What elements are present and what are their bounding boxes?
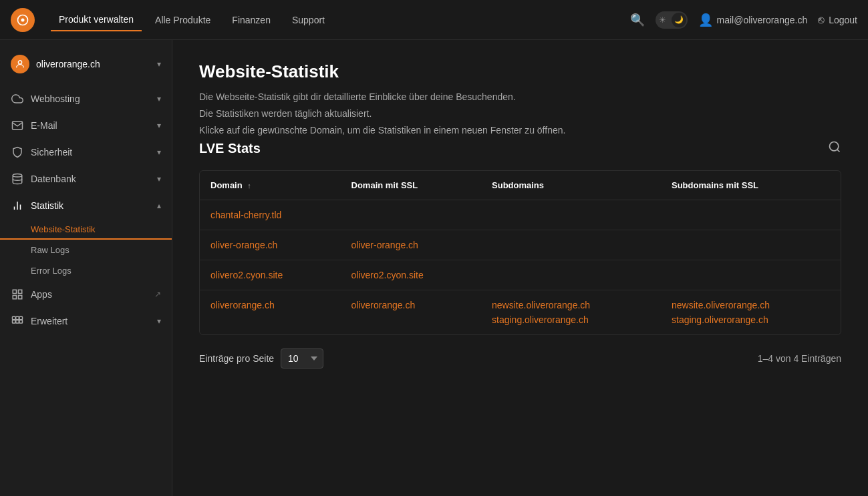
logout-button[interactable]: ⎋ Logout: [818, 14, 857, 26]
user-email-label: mail@oliverorange.ch: [717, 15, 808, 25]
sidebar-item-webhosting[interactable]: Webhosting ▾: [0, 85, 172, 112]
sun-icon: ☀: [659, 15, 666, 25]
chart-icon: [11, 199, 24, 212]
sidebar-item-apps-label: Apps: [31, 289, 148, 300]
domain-link[interactable]: olivero2.cyon.site: [210, 270, 283, 280]
toggle-knob: 🌙: [672, 13, 686, 27]
cell-subdomains: newsite.oliverorange.chstaging.oliverora…: [481, 290, 661, 335]
page-title: Website-Statistik: [199, 61, 841, 82]
domain-link[interactable]: oliver-orange.ch: [210, 240, 277, 250]
entries-count: 1–4 von 4 Einträgen: [758, 353, 841, 364]
external-link-icon: ↗: [154, 290, 161, 299]
cloud-icon: [11, 92, 24, 105]
domain-ssl-link[interactable]: oliver-orange.ch: [351, 240, 418, 250]
domain-link[interactable]: oliverorange.ch: [210, 300, 275, 310]
user-icon: 👤: [698, 13, 713, 27]
section-title: LVE Stats: [199, 141, 261, 156]
chevron-down-icon: ▾: [157, 174, 161, 184]
nav-items: Produkt verwalten Alle Produkte Finanzen…: [51, 9, 614, 31]
cell-domain: olivero2.cyon.site: [200, 260, 341, 290]
subdomain-link[interactable]: newsite.oliverorange.ch: [492, 300, 650, 310]
global-search-icon[interactable]: 🔍: [630, 13, 645, 27]
sidebar-item-statistik[interactable]: Statistik ▴: [0, 192, 172, 219]
main-content: Website-Statistik Die Webseite-Statistik…: [172, 40, 868, 496]
sidebar-item-email-label: E-Mail: [31, 120, 150, 131]
cell-domain-ssl: oliver-orange.ch: [341, 230, 482, 260]
svg-point-2: [18, 61, 21, 64]
nav-item-alle-produkte[interactable]: Alle Produkte: [147, 9, 219, 31]
table-search-icon[interactable]: [828, 140, 841, 157]
domain-ssl-link[interactable]: olivero2.cyon.site: [351, 270, 424, 280]
sidebar-item-sicherheit[interactable]: Sicherheit ▾: [0, 139, 172, 166]
dark-mode-toggle[interactable]: ☀ 🌙: [656, 11, 688, 29]
svg-point-17: [830, 142, 839, 151]
settings-icon: [11, 314, 24, 328]
account-name: oliverorange.ch: [36, 59, 150, 69]
page-desc-3: Klicke auf die gewünschte Domain, um die…: [199, 123, 841, 138]
svg-rect-14: [13, 320, 16, 324]
domain-link[interactable]: chantal-cherry.tld: [210, 210, 281, 220]
sidebar-item-datenbank[interactable]: Datenbank ▾: [0, 166, 172, 192]
cell-domain-ssl: olivero2.cyon.site: [341, 260, 482, 290]
page-desc-2: Die Statistiken werden täglich aktualisi…: [199, 107, 841, 121]
subdomain-ssl-link[interactable]: newsite.oliverorange.ch: [672, 300, 830, 310]
svg-line-18: [837, 150, 840, 152]
apps-icon: [11, 288, 24, 301]
sidebar-item-email[interactable]: E-Mail ▾: [0, 112, 172, 139]
cell-subdomains-ssl: [661, 260, 841, 290]
col-subdomains: Subdomains: [481, 171, 661, 200]
domain-ssl-link[interactable]: oliverorange.ch: [351, 300, 416, 310]
cell-domain: chantal-cherry.tld: [200, 200, 341, 230]
chevron-down-icon: ▾: [157, 148, 161, 157]
database-icon: [11, 172, 24, 186]
svg-point-3: [13, 174, 22, 178]
sidebar-item-apps[interactable]: Apps ↗: [0, 281, 172, 308]
svg-rect-7: [13, 290, 16, 293]
sidebar-item-sicherheit-label: Sicherheit: [31, 147, 150, 158]
table-row: chantal-cherry.tld: [200, 200, 841, 230]
sidebar-item-datenbank-label: Datenbank: [31, 174, 150, 184]
svg-point-1: [21, 18, 25, 21]
sidebar: oliverorange.ch ▾ Webhosting ▾ E-Mail ▾: [0, 40, 172, 496]
col-domain-ssl: Domain mit SSL: [341, 171, 482, 200]
per-page-select[interactable]: 10 25 50 100: [281, 348, 323, 368]
nav-item-support[interactable]: Support: [284, 9, 333, 31]
sidebar-account[interactable]: oliverorange.ch ▾: [0, 48, 172, 80]
chevron-down-icon: ▾: [157, 316, 161, 326]
moon-icon: 🌙: [674, 15, 684, 24]
sidebar-item-erweitert[interactable]: Erweitert ▾: [0, 308, 172, 334]
sidebar-item-erweitert-label: Erweitert: [31, 316, 150, 326]
cell-subdomains: [481, 230, 661, 260]
cell-subdomains: [481, 260, 661, 290]
table-row: oliverorange.choliverorange.chnewsite.ol…: [200, 290, 841, 335]
pagination: Einträge pro Seite 10 25 50 100 1–4 von …: [199, 348, 841, 368]
svg-rect-11: [13, 316, 16, 320]
logout-label: Logout: [829, 15, 857, 25]
table-row: olivero2.cyon.siteolivero2.cyon.site: [200, 260, 841, 290]
cell-domain: oliverorange.ch: [200, 290, 341, 335]
cell-subdomains-ssl: [661, 230, 841, 260]
subdomain-link[interactable]: staging.oliverorange.ch: [492, 314, 650, 325]
svg-rect-13: [19, 316, 23, 320]
sidebar-sub-raw-logs[interactable]: Raw Logs: [0, 240, 172, 260]
svg-rect-12: [16, 316, 19, 320]
user-email-button[interactable]: 👤 mail@oliverorange.ch: [698, 13, 808, 27]
cell-subdomains: [481, 200, 661, 230]
svg-rect-15: [16, 320, 19, 324]
sidebar-sub-website-statistik[interactable]: Website-Statistik: [0, 219, 172, 240]
svg-rect-9: [13, 296, 16, 299]
nav-item-produkt-verwalten[interactable]: Produkt verwalten: [51, 9, 142, 31]
chevron-down-icon: ▾: [157, 94, 161, 103]
col-domain[interactable]: Domain ↑: [200, 171, 341, 200]
chevron-down-icon: ▾: [157, 121, 161, 130]
nav-item-finanzen[interactable]: Finanzen: [224, 9, 279, 31]
sidebar-sub-error-logs[interactable]: Error Logs: [0, 260, 172, 281]
section-header: LVE Stats: [199, 140, 841, 157]
logo[interactable]: [11, 8, 35, 32]
per-page-control: Einträge pro Seite 10 25 50 100: [199, 348, 323, 368]
cell-domain: oliver-orange.ch: [200, 230, 341, 260]
svg-rect-16: [19, 320, 23, 324]
subdomain-ssl-link[interactable]: staging.oliverorange.ch: [672, 314, 830, 325]
sort-icon: ↑: [247, 182, 251, 190]
shield-icon: [11, 146, 24, 159]
